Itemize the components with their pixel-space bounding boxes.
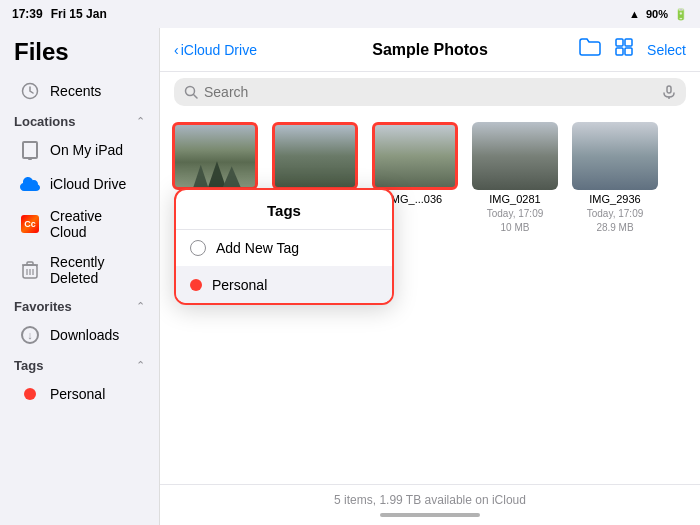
tags-popup-title: Tags xyxy=(176,190,392,230)
file-name-5: IMG_2936 xyxy=(589,193,640,205)
file-thumb-5 xyxy=(572,122,658,190)
sidebar-item-downloads[interactable]: ↓ Downloads xyxy=(6,319,153,351)
home-indicator xyxy=(380,513,480,517)
file-item-4[interactable]: IMG_0281 Today, 17:09 10 MB xyxy=(470,122,560,233)
sidebar-item-cc[interactable]: Cc Creative Cloud xyxy=(6,202,153,246)
toolbar-right: Select xyxy=(579,38,686,61)
sidebar: Files Recents Locations ⌃ On My iPad xyxy=(0,28,160,525)
trash-icon xyxy=(20,260,40,280)
battery-icon: 🔋 xyxy=(674,8,688,21)
sidebar-item-personal[interactable]: Personal xyxy=(6,378,153,410)
status-text: 5 items, 1.99 TB available on iCloud xyxy=(334,493,526,507)
file-size-5: 28.9 MB xyxy=(596,222,633,233)
locations-label: Locations xyxy=(14,114,75,129)
personal-tag-icon xyxy=(20,384,40,404)
trash-label: Recently Deleted xyxy=(50,254,139,286)
svg-rect-7 xyxy=(616,39,623,46)
back-label: iCloud Drive xyxy=(181,42,257,58)
sidebar-item-recents[interactable]: Recents xyxy=(6,75,153,107)
svg-line-12 xyxy=(194,95,198,99)
toolbar-title: Sample Photos xyxy=(372,41,488,59)
svg-rect-13 xyxy=(667,86,671,93)
tags-section-header[interactable]: Tags ⌃ xyxy=(0,352,159,377)
recents-label: Recents xyxy=(50,83,101,99)
sidebar-item-icloud[interactable]: iCloud Drive xyxy=(6,168,153,200)
wifi-icon: ▲ xyxy=(629,8,640,20)
personal-dot-icon xyxy=(190,279,202,291)
svg-rect-3 xyxy=(27,262,33,265)
icloud-label: iCloud Drive xyxy=(50,176,126,192)
search-icon xyxy=(184,85,198,99)
locations-chevron: ⌃ xyxy=(136,115,145,128)
back-button[interactable]: ‹ iCloud Drive xyxy=(174,42,257,58)
bottom-status: 5 items, 1.99 TB available on iCloud xyxy=(160,484,700,525)
sidebar-item-trash[interactable]: Recently Deleted xyxy=(6,248,153,292)
toolbar-left: ‹ iCloud Drive xyxy=(174,42,257,58)
search-input[interactable] xyxy=(204,84,656,100)
app-container: Files Recents Locations ⌃ On My iPad xyxy=(0,28,700,525)
main-content: ‹ iCloud Drive Sample Photos xyxy=(160,28,700,525)
ipad-icon xyxy=(20,140,40,160)
day: Fri 15 Jan xyxy=(51,7,107,21)
svg-rect-10 xyxy=(625,48,632,55)
add-new-tag-label: Add New Tag xyxy=(216,240,299,256)
back-chevron-icon: ‹ xyxy=(174,42,179,58)
file-date-5: Today, 17:09 xyxy=(587,208,644,219)
svg-rect-8 xyxy=(625,39,632,46)
favorites-chevron: ⌃ xyxy=(136,300,145,313)
folder-icon-button[interactable] xyxy=(579,38,601,61)
grid-view-icon-button[interactable] xyxy=(615,38,633,61)
ipad-label: On My iPad xyxy=(50,142,123,158)
toolbar: ‹ iCloud Drive Sample Photos xyxy=(160,28,700,72)
personal-tag-item[interactable]: Personal xyxy=(176,266,392,303)
tags-chevron: ⌃ xyxy=(136,359,145,372)
cc-label: Creative Cloud xyxy=(50,208,139,240)
downloads-icon: ↓ xyxy=(20,325,40,345)
svg-rect-9 xyxy=(616,48,623,55)
favorites-section-header[interactable]: Favorites ⌃ xyxy=(0,293,159,318)
status-left: 17:39 Fri 15 Jan xyxy=(12,7,107,21)
add-tag-circle-icon xyxy=(190,240,206,256)
select-button[interactable]: Select xyxy=(647,42,686,58)
file-name-3: IMG_...036 xyxy=(388,193,442,205)
file-thumb-4 xyxy=(472,122,558,190)
file-thumb-3 xyxy=(372,122,458,190)
tags-popup: Tags Add New Tag Personal xyxy=(174,188,394,305)
search-input-wrap[interactable] xyxy=(174,78,686,106)
add-new-tag-item[interactable]: Add New Tag xyxy=(176,230,392,266)
favorites-label: Favorites xyxy=(14,299,72,314)
file-thumb-2 xyxy=(272,122,358,190)
status-bar: 17:39 Fri 15 Jan ▲ 90% 🔋 xyxy=(0,0,700,28)
time: 17:39 xyxy=(12,7,43,21)
sidebar-title: Files xyxy=(0,28,159,74)
personal-label: Personal xyxy=(50,386,105,402)
file-item-5[interactable]: IMG_2936 Today, 17:09 28.9 MB xyxy=(570,122,660,233)
locations-section-header[interactable]: Locations ⌃ xyxy=(0,108,159,133)
icloud-icon xyxy=(20,174,40,194)
sidebar-item-ipad[interactable]: On My iPad xyxy=(6,134,153,166)
files-grid: IMG_0026 IMG_...171 IMG_...036 xyxy=(160,112,700,484)
file-date-4: Today, 17:09 xyxy=(487,208,544,219)
tags-label: Tags xyxy=(14,358,43,373)
recents-icon xyxy=(20,81,40,101)
file-name-4: IMG_0281 xyxy=(489,193,540,205)
search-bar xyxy=(160,72,700,112)
downloads-label: Downloads xyxy=(50,327,119,343)
file-thumb-1 xyxy=(172,122,258,190)
personal-tag-label: Personal xyxy=(212,277,267,293)
file-size-4: 10 MB xyxy=(501,222,530,233)
battery: 90% xyxy=(646,8,668,20)
creative-cloud-icon: Cc xyxy=(20,214,40,234)
status-right: ▲ 90% 🔋 xyxy=(629,8,688,21)
microphone-icon[interactable] xyxy=(662,85,676,99)
